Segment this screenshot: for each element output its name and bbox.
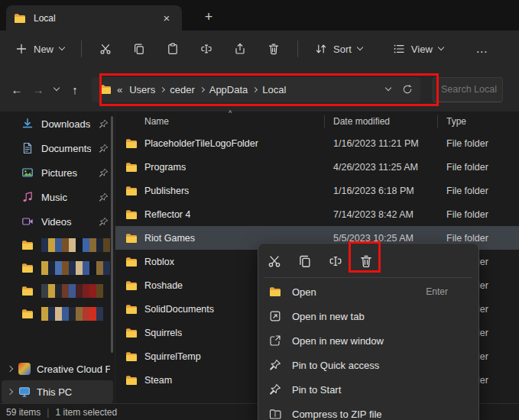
pin-icon	[269, 359, 281, 371]
file-name: Roshade	[144, 280, 183, 291]
paste-button[interactable]	[158, 36, 187, 62]
search-input[interactable]	[433, 84, 503, 95]
file-name: Squirrels	[144, 328, 182, 338]
breadcrumb-segment[interactable]: AppData	[208, 82, 250, 97]
command-bar: New Sort View …	[0, 31, 519, 67]
view-button[interactable]: View	[385, 36, 451, 62]
breadcrumb-overflow[interactable]: «	[117, 84, 122, 95]
file-date-modified: 4/26/2023 11:25 AM	[333, 162, 418, 173]
sidebar-item-label: Creative Cloud F	[37, 363, 110, 375]
creative-cloud-icon	[18, 363, 31, 375]
folder-icon	[125, 137, 138, 150]
copy-icon	[298, 254, 312, 268]
rename-icon	[329, 254, 342, 268]
sidebar-item-pictures[interactable]: Pictures	[0, 160, 115, 185]
back-button[interactable]: ←	[6, 79, 28, 100]
context-menu-item-open[interactable]: Open Enter	[258, 279, 478, 304]
forward-button[interactable]: →	[28, 79, 49, 100]
file-type: File folder	[446, 186, 488, 196]
chevron-expand-icon[interactable]	[7, 366, 13, 372]
breadcrumb-segment[interactable]: Users	[128, 82, 157, 97]
share-button[interactable]	[225, 36, 255, 62]
context-delete-button[interactable]	[352, 248, 381, 274]
cut-button[interactable]	[91, 36, 120, 62]
downloads-icon	[21, 118, 34, 130]
open-folder-icon	[269, 286, 281, 298]
refresh-icon[interactable]	[402, 84, 413, 95]
file-name: Roblox	[144, 257, 174, 267]
delete-icon	[359, 254, 373, 268]
folder-icon	[14, 12, 26, 24]
file-row[interactable]: Programs 4/26/2023 11:25 AM File folder	[115, 155, 519, 179]
chevron-expand-icon[interactable]	[7, 389, 13, 395]
copy-button[interactable]	[125, 36, 154, 62]
context-cut-button[interactable]	[260, 248, 289, 274]
file-explorer-window: Local × + New Sort View	[0, 0, 519, 420]
address-dropdown-icon[interactable]	[385, 85, 391, 91]
address-bar[interactable]: « UserscederAppDataLocal	[92, 77, 420, 102]
breadcrumb-segment[interactable]: Local	[261, 82, 287, 97]
chevron-right-icon[interactable]	[160, 86, 165, 92]
sidebar-item-redacted[interactable]	[0, 234, 115, 257]
pin-icon	[269, 383, 281, 396]
context-menu-item-open-in-new-window[interactable]: Open in new window	[258, 328, 478, 353]
breadcrumb: UserscederAppDataLocal	[128, 82, 287, 97]
file-name: SquirrelTemp	[144, 351, 201, 362]
file-row[interactable]: PlaceholderTileLogoFolder 1/16/2023 11:2…	[115, 131, 519, 155]
file-row[interactable]: Reflector 4 7/14/2023 8:42 AM File folde…	[115, 202, 519, 226]
open-folder-icon	[21, 308, 34, 320]
folder-icon	[99, 83, 112, 95]
rename-icon	[200, 43, 212, 55]
sidebar-scrollbar[interactable]	[111, 116, 113, 353]
context-menu-item-compress-to-zip-file[interactable]: Compress to ZIP file	[258, 402, 478, 420]
sidebar-item-videos[interactable]: Videos	[0, 209, 115, 234]
paste-icon	[167, 43, 179, 55]
sort-button[interactable]: Sort	[307, 36, 370, 62]
sidebar-item-documents[interactable]: Documents	[0, 136, 115, 160]
view-icon	[393, 43, 405, 55]
context-menu-item-open-in-new-tab[interactable]: Open in new tab	[258, 304, 478, 328]
column-headers: ^ Name Date modified Type	[115, 111, 519, 131]
tab-close-icon[interactable]: ×	[159, 11, 174, 26]
explorer-tab[interactable]: Local ×	[6, 5, 182, 31]
new-tab-button[interactable]: +	[199, 7, 219, 27]
chevron-right-icon[interactable]	[199, 86, 205, 92]
open-folder-icon	[21, 262, 34, 274]
sidebar-item-this-pc[interactable]: This PC	[2, 380, 113, 403]
sidebar-item-redacted[interactable]	[0, 257, 115, 279]
sidebar-item-creative-cloud-f[interactable]: Creative Cloud F	[2, 357, 113, 380]
sidebar-item-label: Videos	[41, 216, 91, 228]
breadcrumb-segment[interactable]: ceder	[168, 82, 196, 97]
sidebar-item-music[interactable]: Music	[0, 185, 115, 209]
history-dropdown-button[interactable]	[49, 79, 64, 100]
context-rename-button[interactable]	[321, 248, 350, 274]
this-pc-icon	[18, 386, 31, 398]
file-row[interactable]: Publishers 1/16/2023 6:18 PM File folder	[115, 179, 519, 202]
column-header-type[interactable]: Type	[446, 116, 466, 127]
sort-direction-icon[interactable]: ^	[229, 109, 232, 117]
more-options-button[interactable]: …	[468, 36, 497, 62]
rename-button[interactable]	[192, 36, 221, 62]
column-header-name[interactable]: Name	[144, 116, 169, 127]
sidebar-item-redacted[interactable]	[0, 302, 115, 325]
chevron-right-icon[interactable]	[252, 86, 258, 92]
sidebar-item-redacted[interactable]	[0, 279, 115, 302]
search-box[interactable]	[433, 77, 503, 102]
new-button[interactable]: New	[8, 36, 72, 62]
sidebar-item-label: Music	[41, 192, 91, 203]
context-menu-item-pin-to-start[interactable]: Pin to Start	[258, 377, 478, 402]
sidebar-item-downloads[interactable]: Downloads	[0, 111, 115, 136]
delete-button[interactable]	[259, 36, 288, 62]
pin-icon	[99, 144, 109, 153]
context-copy-button[interactable]	[290, 248, 320, 274]
toolbar-separator	[297, 40, 298, 57]
column-header-date-modified[interactable]: Date modified	[333, 116, 390, 127]
up-button[interactable]: ↑	[64, 79, 86, 100]
quick-actions-row	[258, 247, 478, 276]
sort-button-label: Sort	[333, 44, 352, 55]
menu-separator	[264, 277, 472, 278]
view-button-label: View	[411, 44, 433, 55]
context-menu-item-pin-to-quick-access[interactable]: Pin to Quick access	[258, 353, 478, 377]
chevron-down-icon	[357, 44, 363, 50]
context-menu: Open Enter Open in new tab Open in new w…	[258, 243, 479, 420]
